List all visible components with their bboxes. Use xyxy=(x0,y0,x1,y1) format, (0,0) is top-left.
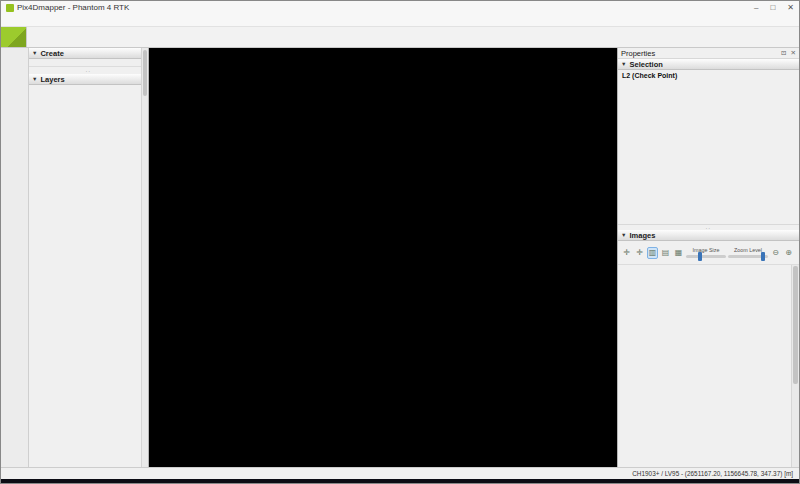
left-panel: ▼ Create ∙∙ ▼ Layers xyxy=(29,48,149,467)
layers-panel-title: Layers xyxy=(40,75,64,84)
slider-thumb[interactable] xyxy=(761,252,765,261)
pix4dmapper-window: Pix4Dmapper - Phantom 4 RTK –□✕ ▼ Create… xyxy=(0,0,800,484)
window-title: Pix4Dmapper - Phantom 4 RTK xyxy=(17,3,129,12)
float-panel-icon[interactable]: ⊡ xyxy=(781,49,786,57)
sort-by-marked-icon[interactable]: ▦ xyxy=(673,247,684,259)
collapse-arrow-icon: ▼ xyxy=(32,76,37,82)
title-bar: Pix4Dmapper - Phantom 4 RTK –□✕ xyxy=(1,1,799,14)
close-icon[interactable]: ✕ xyxy=(787,3,794,12)
bottom-strip xyxy=(1,479,799,484)
close-panel-icon[interactable]: ✕ xyxy=(791,49,796,57)
zoom-level-label: Zoom Level xyxy=(734,247,762,253)
right-panel: Properties ⊡ ✕ ▼ Selection L2 (Check Poi… xyxy=(617,48,799,467)
window-controls: –□✕ xyxy=(754,3,794,12)
images-panel-title: Images xyxy=(629,231,655,240)
maximize-icon[interactable]: □ xyxy=(770,3,775,12)
coordinate-readout: CH1903+ / LV95 - (2651167.20, 1156645.78… xyxy=(632,470,793,477)
raycloud-scene xyxy=(149,48,617,467)
status-bar: CH1903+ / LV95 - (2651167.20, 1156645.78… xyxy=(1,467,799,479)
panel-splitter[interactable]: ∙∙ xyxy=(29,67,148,74)
properties-panel-title-bar: Properties ⊡ ✕ xyxy=(618,48,799,59)
create-toolbar xyxy=(29,59,148,67)
images-toolbar: ✛ ✛ ▥ ▤ ▦ Image Size Zoom Level ⊖ ⊕ xyxy=(618,241,799,265)
selection-object-title: L2 (Check Point) xyxy=(618,70,799,80)
properties-buttons xyxy=(618,80,799,85)
images-section-header[interactable]: ▼ Images xyxy=(618,230,799,241)
scrollbar-thumb[interactable] xyxy=(143,50,147,96)
pix4d-logo xyxy=(1,27,27,47)
images-panel: ▼ Images ✛ ✛ ▥ ▤ ▦ Image Size Zoom Level xyxy=(618,230,799,467)
properties-title: Properties xyxy=(621,49,655,58)
create-panel-header[interactable]: ▼ Create xyxy=(29,48,148,59)
image-size-slider[interactable] xyxy=(686,255,726,258)
selection-section-header[interactable]: ▼ Selection xyxy=(618,59,799,70)
slider-thumb[interactable] xyxy=(698,252,702,261)
zoom-in-images-icon[interactable]: ⊕ xyxy=(783,247,794,259)
unmark-gcp-icon[interactable]: ✛ xyxy=(634,247,645,259)
layers-tree xyxy=(29,85,148,467)
close-images-icon[interactable]: ✕ xyxy=(796,247,799,259)
main-toolbar xyxy=(1,26,799,48)
zoom-out-images-icon[interactable]: ⊖ xyxy=(770,247,781,259)
sort-by-distance-icon[interactable]: ▥ xyxy=(647,247,658,259)
layers-panel-header[interactable]: ▼ Layers xyxy=(29,74,148,85)
menu-bar xyxy=(1,14,799,26)
collapse-arrow-icon: ▼ xyxy=(621,232,626,238)
collapse-arrow-icon: ▼ xyxy=(621,61,626,67)
selection-section-title: Selection xyxy=(629,60,662,69)
image-size-label: Image Size xyxy=(693,247,720,253)
view-sidebar xyxy=(1,48,29,467)
scrollbar-thumb[interactable] xyxy=(793,266,798,384)
images-scrollbar[interactable] xyxy=(791,265,799,467)
layers-scrollbar[interactable] xyxy=(141,48,148,467)
create-panel-title: Create xyxy=(40,49,63,58)
viewport-3d[interactable] xyxy=(149,48,617,467)
app-logo-icon xyxy=(6,4,14,12)
image-thumbnails-grid xyxy=(618,265,791,467)
sort-by-name-icon[interactable]: ▤ xyxy=(660,247,671,259)
main-area: ▼ Create ∙∙ ▼ Layers Properties ⊡ ✕ xyxy=(1,48,799,467)
zoom-level-slider[interactable] xyxy=(728,255,768,258)
properties-panel: Properties ⊡ ✕ ▼ Selection L2 (Check Poi… xyxy=(618,48,799,224)
collapse-arrow-icon: ▼ xyxy=(32,50,37,56)
toolbar-right-icons xyxy=(787,27,799,47)
minimize-icon[interactable]: – xyxy=(754,3,758,12)
mark-gcp-icon[interactable]: ✛ xyxy=(621,247,632,259)
